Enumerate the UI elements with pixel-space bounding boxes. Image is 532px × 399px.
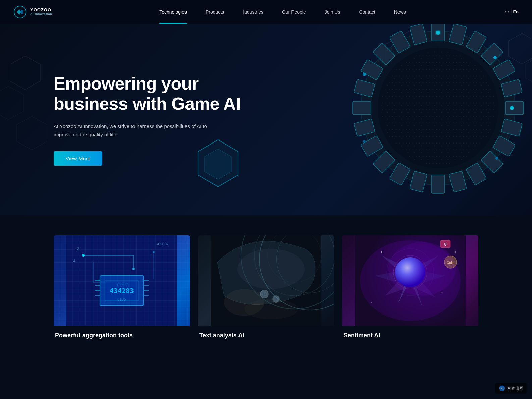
card-text-analysis[interactable]: Text analysis AI: [198, 235, 334, 339]
svg-point-11: [381, 51, 495, 165]
svg-point-85: [237, 249, 305, 289]
svg-rect-22: [466, 163, 487, 185]
logo-text: YOOZOO AI Innovation: [30, 8, 52, 16]
card-aggregation[interactable]: 434283 C135 2 4 43116 yoozoo: [54, 235, 190, 339]
lang-zh[interactable]: 中: [505, 9, 509, 15]
nav-industries[interactable]: Iudustries: [233, 0, 273, 24]
svg-rect-14: [466, 31, 487, 53]
svg-point-97: [395, 257, 425, 287]
svg-point-106: [371, 302, 372, 303]
svg-rect-30: [353, 101, 371, 115]
svg-point-9: [371, 41, 505, 175]
hero-title: Empowering your business with Game AI: [54, 74, 242, 114]
svg-rect-13: [449, 24, 467, 45]
svg-marker-5: [433, 56, 486, 116]
svg-rect-33: [373, 43, 395, 65]
logo[interactable]: YOOZOO AI Innovation: [13, 5, 67, 19]
svg-marker-4: [386, 29, 439, 90]
svg-rect-15: [481, 43, 503, 65]
svg-point-8: [361, 31, 515, 185]
svg-rect-18: [505, 101, 524, 115]
svg-rect-47: [66, 235, 177, 326]
svg-rect-23: [449, 171, 467, 192]
svg-point-39: [495, 157, 498, 160]
svg-rect-17: [501, 79, 522, 97]
svg-marker-93: [375, 269, 410, 284]
svg-point-38: [510, 106, 514, 110]
card-2-image: [198, 235, 334, 326]
nav-our-people[interactable]: Our People: [273, 0, 315, 24]
cards-section: 434283 C135 2 4 43116 yoozoo: [0, 215, 532, 366]
svg-marker-94: [410, 269, 445, 284]
svg-rect-86: [355, 235, 466, 326]
svg-marker-91: [385, 269, 410, 296]
card-2-label: Text analysis AI: [198, 332, 334, 339]
svg-point-102: [444, 256, 457, 268]
svg-point-98: [393, 255, 427, 289]
svg-rect-32: [361, 59, 383, 80]
svg-text:8: 8: [444, 242, 446, 247]
card-1-image: 434283 C135 2 4 43116 yoozoo: [54, 235, 190, 326]
view-more-button[interactable]: View More: [54, 151, 102, 166]
svg-text:AI: AI: [501, 387, 503, 390]
svg-rect-29: [354, 119, 375, 136]
card-1-label: Powerful aggregation tools: [54, 332, 190, 339]
svg-point-66: [82, 254, 85, 257]
brand-subtitle: AI Innovation: [30, 13, 52, 16]
svg-rect-16: [493, 59, 516, 80]
card-sentiment[interactable]: 8 Coin: [342, 235, 478, 339]
svg-text:434283: 434283: [110, 287, 134, 295]
svg-rect-21: [481, 151, 503, 173]
svg-text:43116: 43116: [157, 242, 168, 246]
svg-marker-42: [509, 33, 532, 64]
gear-graphic: [317, 24, 532, 215]
hero-content: Empowering your business with Game AI At…: [0, 74, 242, 166]
svg-rect-35: [410, 24, 427, 45]
svg-text:4: 4: [73, 259, 75, 263]
svg-rect-31: [354, 79, 375, 97]
svg-text:2: 2: [76, 246, 79, 251]
svg-point-37: [493, 56, 497, 59]
navigation: YOOZOO AI Innovation Technologies Produc…: [0, 0, 532, 24]
nav-join-us[interactable]: Join Us: [315, 0, 350, 24]
svg-rect-24: [431, 175, 445, 193]
nav-technologies[interactable]: Technologies: [150, 0, 196, 24]
svg-marker-89: [398, 269, 410, 302]
svg-rect-54: [100, 276, 144, 306]
svg-marker-43: [525, 58, 532, 84]
svg-point-10: [378, 48, 498, 168]
watermark-text: AI资讯网: [508, 386, 523, 391]
svg-rect-48: [66, 235, 177, 326]
svg-point-76: [268, 235, 321, 282]
nav-products[interactable]: Products: [196, 0, 233, 24]
svg-point-99: [387, 249, 434, 296]
nav-contact[interactable]: Contact: [350, 0, 384, 24]
svg-point-105: [442, 292, 443, 293]
nav-news[interactable]: News: [385, 0, 415, 24]
lang-separator: |: [511, 9, 512, 14]
card-3-label: Sentiment AI: [342, 332, 478, 339]
svg-marker-96: [410, 255, 439, 276]
svg-rect-20: [493, 136, 516, 157]
watermark: AI AI资讯网: [495, 383, 527, 394]
svg-point-104: [381, 251, 382, 253]
svg-point-68: [153, 251, 155, 253]
svg-marker-90: [410, 269, 422, 306]
lang-en[interactable]: En: [513, 9, 519, 14]
svg-point-84: [244, 299, 298, 319]
svg-point-107: [455, 251, 456, 253]
svg-rect-12: [431, 24, 445, 41]
nav-language: 中 | En: [505, 9, 519, 15]
svg-marker-92: [410, 269, 435, 297]
svg-point-87: [360, 240, 461, 321]
svg-rect-19: [501, 119, 522, 136]
svg-text:Coin: Coin: [447, 261, 454, 265]
nav-links: Technologies Products Iudustries Our Peo…: [67, 0, 498, 24]
svg-rect-26: [389, 163, 410, 185]
hero-description: At Yoozoo AI Innovation, we strive to ha…: [54, 122, 221, 139]
svg-point-41: [363, 140, 366, 143]
svg-point-40: [363, 73, 366, 76]
brand-name: YOOZOO: [30, 8, 52, 12]
svg-rect-34: [389, 31, 410, 53]
svg-text:C135: C135: [117, 297, 126, 302]
